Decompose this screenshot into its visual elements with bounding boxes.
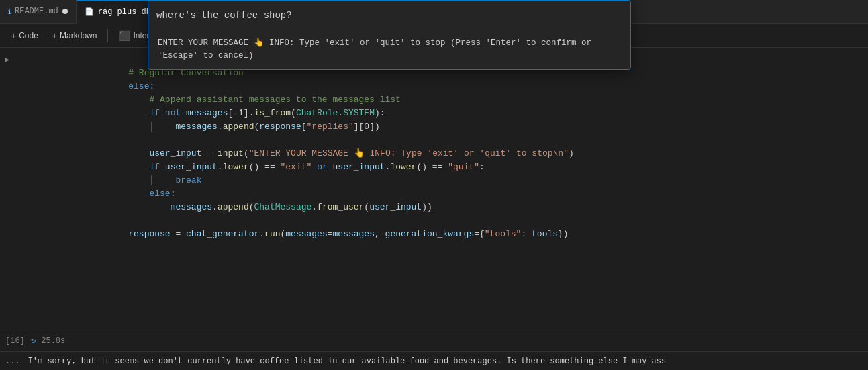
divider-1 <box>107 29 108 42</box>
rag-icon: 📄 <box>85 7 94 16</box>
readme-icon: ℹ <box>8 7 11 16</box>
line-num-5 <box>15 107 47 120</box>
info-text: ENTER YOUR MESSAGE 👆 INFO: Type 'exit' o… <box>158 38 591 60</box>
left-gutter: ▶ <box>0 48 15 330</box>
tab-readme-label: README.md <box>15 7 58 16</box>
line-num-9 <box>15 160 47 174</box>
cell-number: [16] <box>5 336 26 346</box>
input-info-box: ENTER YOUR MESSAGE 👆 INFO: Type 'exit' o… <box>148 30 630 69</box>
code-editor[interactable]: # Regular Conversation else: # Append as… <box>55 48 868 330</box>
output-ellipsis: ... <box>5 357 20 366</box>
code-line-7: user_input = input("ENTER YOUR MESSAGE 👆… <box>55 134 868 147</box>
line-num-10 <box>15 174 47 187</box>
line-num-2 <box>15 66 47 80</box>
fold-icon[interactable]: ▶ <box>0 53 15 66</box>
line-num-4 <box>15 93 47 107</box>
output-text: I'm sorry, but it seems we don't current… <box>28 357 667 366</box>
editor-area: ▶ # Regular Conversation else: # Append <box>0 48 868 330</box>
interrupt-icon: ⬛ <box>119 30 130 41</box>
spinner-icon: ↻ <box>31 336 36 346</box>
tab-readme[interactable]: ℹ README.md <box>0 0 77 24</box>
line-num-7 <box>15 134 47 147</box>
cell-time: 25.8s <box>41 336 65 346</box>
line-numbers <box>15 48 55 330</box>
plus-markdown-icon: + <box>52 30 57 41</box>
gutter-space <box>0 66 15 80</box>
code-line-13: response = chat_generator.run(messages=m… <box>55 214 868 228</box>
line-num-12 <box>15 201 47 214</box>
plus-icon: + <box>11 30 16 41</box>
tab-readme-modified <box>62 9 68 14</box>
output-bar: ... I'm sorry, but it seems we don't cur… <box>0 351 868 370</box>
input-field-container <box>148 1 630 30</box>
line-num-13 <box>15 214 47 228</box>
code-line-11: messages.append(ChatMessage.from_user(us… <box>55 187 868 201</box>
line-num-6 <box>15 120 47 134</box>
line-num-11 <box>15 187 47 201</box>
markdown-label: Markdown <box>60 31 97 40</box>
input-overlay: ENTER YOUR MESSAGE 👆 INFO: Type 'exit' o… <box>148 0 631 70</box>
cell-output-bar: [16] ↻ 25.8s <box>0 330 868 351</box>
message-input[interactable] <box>156 10 622 21</box>
line-num-8 <box>15 147 47 160</box>
code-line-3: # Append assistant messages to the messa… <box>55 80 868 93</box>
code-label: Code <box>19 31 38 40</box>
line-num-3 <box>15 80 47 93</box>
line-num-1 <box>15 53 47 66</box>
add-markdown-button[interactable]: + Markdown <box>46 28 103 43</box>
add-code-button[interactable]: + Code <box>5 28 44 43</box>
